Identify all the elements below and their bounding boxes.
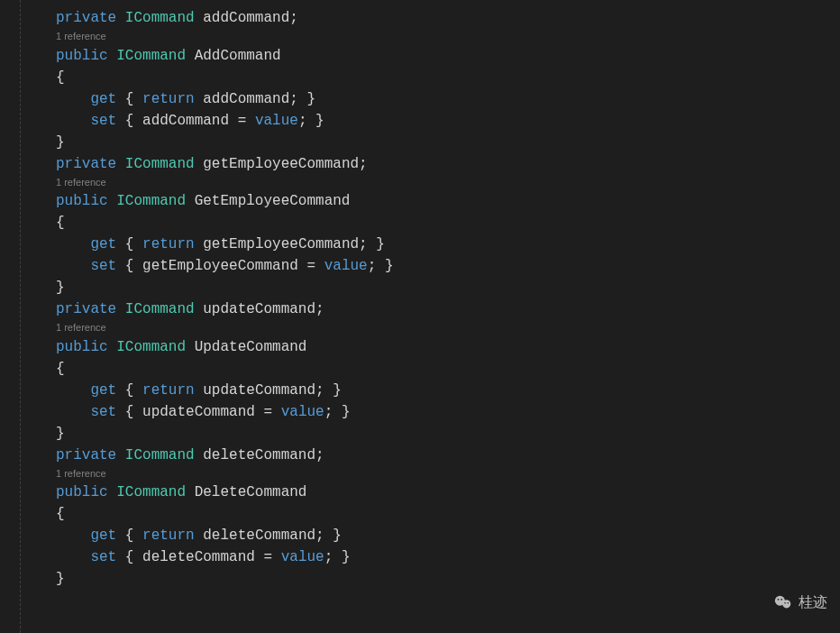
code-line: private ICommand deleteCommand;	[20, 445, 840, 466]
code-line: public ICommand DeleteCommand	[20, 482, 840, 503]
type-icommand: ICommand	[116, 48, 186, 64]
code-line: {	[20, 212, 840, 234]
code-line: {	[20, 503, 840, 525]
field-name: addCommand	[203, 10, 289, 26]
kw-set: set	[90, 113, 116, 129]
watermark: 桂迹	[773, 592, 827, 613]
kw-return: return	[142, 91, 195, 107]
indent-guide	[20, 0, 22, 633]
code-line: get { return addCommand; }	[20, 88, 840, 110]
prop-name: AddCommand	[195, 48, 281, 64]
watermark-text: 桂迹	[799, 592, 827, 613]
code-line: set { addCommand = value; }	[20, 110, 840, 132]
kw-get: get	[90, 91, 116, 107]
code-line: {	[20, 67, 840, 88]
code-line: {	[20, 358, 840, 380]
code-line: set { updateCommand = value; }	[20, 401, 840, 423]
code-line: public ICommand UpdateCommand	[20, 336, 840, 358]
code-line: public ICommand AddCommand	[20, 45, 840, 67]
type-icommand: ICommand	[125, 10, 195, 26]
codelens-reference[interactable]: 1 reference	[20, 320, 840, 336]
codelens-reference[interactable]: 1 reference	[20, 29, 840, 45]
code-line: public ICommand GetEmployeeCommand	[20, 190, 840, 212]
codelens-reference[interactable]: 1 reference	[20, 175, 840, 191]
kw-private: private	[56, 10, 116, 26]
kw-value: value	[255, 113, 298, 129]
code-editor[interactable]: private ICommand addCommand; 1 reference…	[0, 0, 840, 633]
code-line: get { return getEmployeeCommand; }	[20, 234, 840, 255]
code-line: }	[20, 132, 840, 153]
ref-text: 1 reference	[56, 31, 106, 41]
code-line: private ICommand getEmployeeCommand;	[20, 153, 840, 175]
code-line: set { getEmployeeCommand = value; }	[20, 255, 840, 277]
code-line: }	[20, 423, 840, 445]
svg-point-1	[782, 600, 790, 608]
code-line: private ICommand updateCommand;	[20, 298, 840, 320]
code-line: get { return deleteCommand; }	[20, 525, 840, 546]
code-line: private ICommand addCommand;	[20, 7, 840, 29]
code-line: get { return updateCommand; }	[20, 380, 840, 401]
svg-point-2	[778, 599, 780, 601]
wechat-icon	[773, 592, 793, 612]
svg-point-5	[788, 602, 790, 604]
svg-point-3	[781, 599, 782, 601]
kw-public: public	[56, 48, 108, 64]
code-line: }	[20, 277, 840, 298]
code-line: }	[20, 568, 840, 590]
codelens-reference[interactable]: 1 reference	[20, 466, 840, 482]
code-line: set { deleteCommand = value; }	[20, 546, 840, 568]
svg-point-4	[784, 602, 786, 604]
